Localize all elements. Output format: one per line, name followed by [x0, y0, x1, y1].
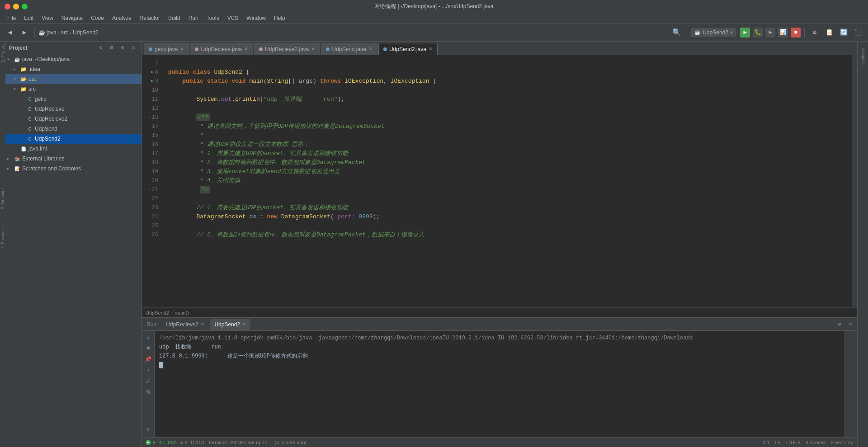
tree-item-udpsend2[interactable]: C UdpSend2: [5, 134, 142, 144]
tree-item-src[interactable]: ▾ 📁 src: [5, 84, 142, 94]
breadcrumb-main[interactable]: main(): [175, 310, 189, 315]
tree-item-udprecieve[interactable]: C UdpRecieve: [5, 104, 142, 114]
menu-view[interactable]: View: [38, 14, 57, 22]
tree-item-scratches[interactable]: ▸ 📝 Scratches and Consoles: [5, 164, 142, 174]
menu-edit[interactable]: Edit: [20, 14, 37, 22]
bottom-close-btn[interactable]: ✕: [845, 320, 855, 329]
console-line-2: 127.0.0.1:9999: 这是一个测试UDP传输方式的示例: [159, 352, 840, 361]
run-config[interactable]: ☕ UdpSend2 ▾: [691, 28, 736, 37]
menu-file[interactable]: File: [4, 14, 19, 22]
back-button[interactable]: ◀: [4, 26, 16, 39]
tree-item-udpsend[interactable]: C UdpSend: [5, 124, 142, 134]
menu-window[interactable]: Window: [243, 14, 269, 22]
bottom-left-toolbar: ↺ ■ 📌 ⬇ 🖨 🗑 ⭱: [142, 331, 155, 437]
status-run[interactable]: ▶ ▶ 4: Run: [146, 439, 177, 445]
database-panel-button[interactable]: Database: [859, 43, 868, 71]
line-num-8: ▶8: [142, 68, 161, 77]
code-line-16: * 通过UDP协议发送一段文本数据 思路：: [165, 140, 852, 149]
tab-udprecieve2[interactable]: UdpRecieve2.java ✕: [254, 43, 320, 55]
tree-item-udprecieve2[interactable]: C UdpRecieve2: [5, 114, 142, 124]
collapse-all-button[interactable]: ⊟: [107, 43, 116, 52]
line-num-23: 23: [142, 203, 161, 212]
bottom-tab-close-udpsend2[interactable]: ✕: [242, 322, 246, 327]
code-line-14: * 通过查阅文档，了解到用于UDP传输协议的对象是DatagramSocket: [165, 122, 852, 131]
search-everywhere-button[interactable]: 🔍: [670, 26, 683, 39]
tab-close-udpsend[interactable]: ✕: [368, 47, 373, 52]
update-button[interactable]: 🔄: [837, 26, 850, 39]
panel-close-button[interactable]: ✕: [129, 43, 138, 52]
menu-code[interactable]: Code: [87, 14, 108, 22]
forward-button[interactable]: ▶: [18, 26, 31, 39]
line-num-20: 20: [142, 176, 161, 185]
tree-item-extlibs[interactable]: ▸ 📚 External Libraries: [5, 154, 142, 164]
tree-item-idea[interactable]: ▸ 📁 .idea: [5, 64, 142, 74]
scroll-end-button[interactable]: ⬇: [143, 365, 153, 375]
bottom-settings-btn[interactable]: ⚙: [835, 320, 844, 329]
expand-console-button[interactable]: ⭱: [143, 425, 153, 435]
project-name[interactable]: java: [47, 29, 57, 36]
coverage-button[interactable]: ▶: [765, 28, 775, 38]
tab-close-udprecieve[interactable]: ✕: [244, 47, 248, 52]
menu-navigate[interactable]: Navigate: [58, 14, 86, 22]
clear-button[interactable]: 🗑: [143, 387, 153, 397]
locate-button[interactable]: ⊙: [96, 43, 105, 52]
file-name[interactable]: UdpSend2: [73, 29, 99, 36]
menu-build[interactable]: Build: [165, 14, 184, 22]
debug-button[interactable]: 🐛: [753, 28, 763, 38]
stop-button[interactable]: ■: [791, 28, 801, 38]
project-panel-toggle[interactable]: 1: Project: [0, 43, 5, 62]
tab-udprecieve[interactable]: UdpRecieve.java ✕: [190, 43, 253, 55]
profiler-button[interactable]: 📊: [778, 28, 788, 38]
tab-udpsend2[interactable]: UdpSend2.java ✕: [378, 43, 438, 55]
tab-close-getip[interactable]: ✕: [180, 47, 184, 52]
panel-settings-button[interactable]: ⚙: [118, 43, 127, 52]
menu-tools[interactable]: Tools: [203, 14, 223, 22]
tree-item-out[interactable]: ▾ 📂 out: [5, 74, 142, 84]
bottom-tab-close-udprecieve2[interactable]: ✕: [201, 322, 204, 327]
close-button[interactable]: [5, 4, 10, 9]
window-controls[interactable]: [5, 4, 28, 9]
run-config-dropdown-icon[interactable]: ▾: [730, 29, 733, 36]
code-editor[interactable]: 7 ▶8 ▶9 10 11 12 ▾13 14 15 16 17 18 19 2…: [142, 55, 857, 307]
maximize-button[interactable]: [22, 4, 28, 9]
menu-analyze[interactable]: Analyze: [108, 14, 135, 22]
settings-button[interactable]: ⚙: [808, 26, 821, 39]
restart-button[interactable]: ↺: [143, 333, 153, 343]
tree-item-getip[interactable]: C getip: [5, 94, 142, 104]
editor-scrollbar[interactable]: [852, 55, 857, 307]
status-terminal[interactable]: Terminal: [208, 440, 227, 445]
minimize-button[interactable]: [13, 4, 19, 9]
vcs-button[interactable]: 📋: [823, 26, 835, 39]
fold-marker[interactable]: /**: [196, 113, 209, 121]
terminal-button[interactable]: ⬛: [852, 26, 864, 39]
menu-help[interactable]: Help: [270, 14, 289, 22]
tab-udpsend[interactable]: UdpSend.java ✕: [321, 43, 377, 55]
status-lf[interactable]: LF: [775, 440, 781, 445]
menu-refactor[interactable]: Refactor: [136, 14, 164, 22]
status-event-log[interactable]: Event Log: [831, 440, 854, 445]
status-indent[interactable]: 4 spaces: [806, 440, 826, 445]
tree-item-java[interactable]: ▾ ☕ java ~/Desktop/java: [5, 54, 142, 64]
breadcrumb-udpsend2[interactable]: UdpSend2: [146, 310, 169, 315]
bottom-tab-udpsend2[interactable]: UdpSend2 ✕: [210, 319, 250, 330]
fold-marker-end[interactable]: */: [200, 186, 210, 193]
bottom-tab-udprecieve2[interactable]: UdpRecieve2 ✕: [161, 319, 209, 330]
tree-item-javaiml[interactable]: 📄 java.iml: [5, 144, 142, 154]
menu-run[interactable]: Run: [185, 14, 202, 22]
status-todo[interactable]: ≡ 6: TODO: [180, 440, 204, 445]
code-content[interactable]: public class UdpSend2 { public static vo…: [165, 55, 852, 307]
menu-vcs[interactable]: VCS: [224, 14, 242, 22]
status-encoding[interactable]: UTF-8: [786, 440, 800, 445]
tab-close-udprecieve2[interactable]: ✕: [311, 47, 315, 52]
expand-arrow-java: ▾: [7, 57, 14, 61]
structure-panel-button[interactable]: 2: Structure: [0, 181, 5, 217]
run-button[interactable]: ▶: [740, 28, 750, 38]
status-position[interactable]: 4:1: [763, 440, 769, 445]
stop-run-button[interactable]: ■: [143, 343, 153, 353]
favorites-panel-button[interactable]: 2: Favorites: [0, 220, 5, 256]
tab-getip[interactable]: getip.java ✕: [144, 43, 189, 55]
tab-close-udpsend2[interactable]: ✕: [429, 47, 433, 52]
print-button[interactable]: 🖨: [143, 376, 153, 386]
src-name[interactable]: src: [61, 29, 68, 36]
pin-tab-button[interactable]: 📌: [143, 354, 153, 364]
